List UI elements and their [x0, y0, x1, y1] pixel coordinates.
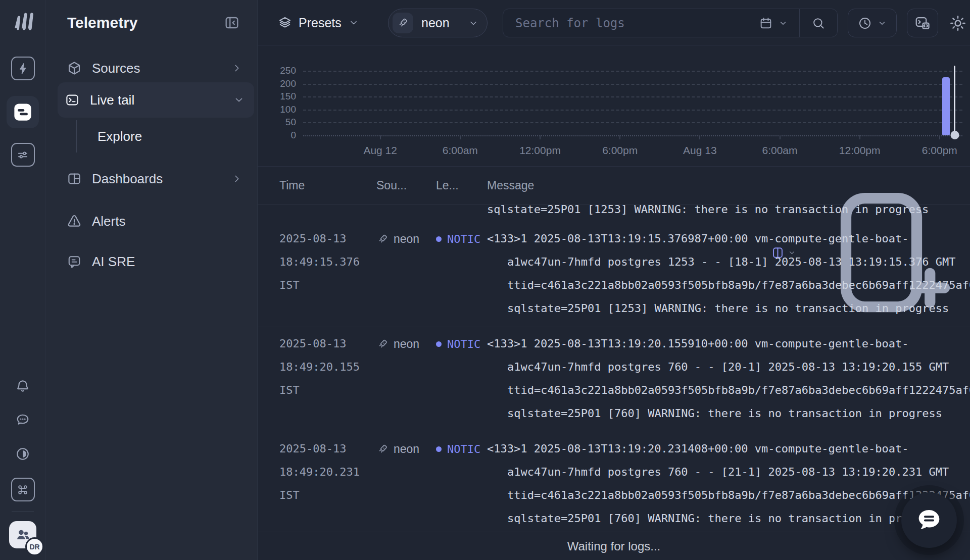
- log-message-line: sqlstate=25P01 [760] WARNING: there is n…: [487, 507, 970, 530]
- timestamp-line: IST: [279, 274, 376, 297]
- collapse-sidebar-button[interactable]: [224, 15, 240, 31]
- panel-collapse-icon: [224, 15, 240, 31]
- rail-item-shortcuts[interactable]: [11, 478, 35, 501]
- column-header-le: Le...: [436, 179, 487, 192]
- gridline: [303, 96, 962, 97]
- column-header-sou: Sou...: [376, 179, 436, 192]
- sidebar-item-dashboards[interactable]: Dashboards: [60, 165, 252, 193]
- layers-icon: [278, 16, 292, 30]
- clock-icon: [858, 16, 872, 30]
- x-tick-label: Aug 12: [363, 144, 397, 157]
- log-level: NOTIC: [436, 332, 487, 355]
- sidebar-item-label: AI SRE: [92, 254, 243, 270]
- clipped-log-row[interactable]: sqlstate=25P01 [1253] WARNING: there is …: [258, 205, 970, 222]
- x-tick-label: Aug 13: [683, 144, 717, 157]
- sidebar-item-label: Alerts: [92, 214, 243, 229]
- log-message-line: ttid=c461a3c221a8bb02a0593f505bfb8a9b/f7…: [487, 484, 970, 507]
- log-level: NOTIC: [436, 227, 487, 250]
- sidebar-item-sources[interactable]: Sources: [60, 54, 252, 82]
- x-tick-mark: [699, 135, 700, 139]
- log-timestamp: 2025-08-1318:49:20.155IST: [279, 332, 376, 432]
- source-selector-dropdown[interactable]: neon: [388, 9, 488, 37]
- log-rows: 2025-08-1318:49:15.376ISTneonNOTIC<133>1…: [258, 222, 970, 532]
- source-selected-label: neon: [421, 16, 450, 30]
- gridline: [303, 122, 962, 123]
- query-terminal-button[interactable]: [907, 9, 938, 37]
- log-message-line: a1wc47un-7hmfd postgres 760 - - [21-1] 2…: [487, 461, 970, 484]
- logs-icon: [12, 101, 33, 123]
- log-table-row[interactable]: 2025-08-1318:49:20.155ISTneonNOTIC<133>1…: [258, 327, 970, 432]
- sidebar-item-label: Explore: [98, 129, 142, 144]
- settings-button[interactable]: [949, 14, 967, 32]
- gridline: [303, 135, 962, 136]
- rail-top: [0, 57, 45, 167]
- level-dot: [436, 341, 442, 347]
- chat-widget-button[interactable]: [901, 492, 957, 548]
- rail-item-theme-toggle[interactable]: [15, 446, 30, 462]
- time-refresh-dropdown[interactable]: [848, 9, 897, 37]
- y-tick-label: 0: [269, 130, 296, 141]
- rail-item-quickstart[interactable]: [11, 57, 35, 80]
- sidebar-item-explore[interactable]: Explore: [76, 122, 257, 150]
- live-now-marker[interactable]: [954, 66, 955, 135]
- topbar: Presets neon: [258, 0, 970, 45]
- x-tick-label: 6:00pm: [602, 144, 638, 157]
- rail-item-logs[interactable]: [7, 96, 39, 128]
- chart-plot[interactable]: 050100150200250Aug 126:00am12:00pm6:00pm…: [303, 71, 962, 135]
- sidebar-header: Telemetry: [45, 0, 257, 45]
- level-label: NOTIC: [447, 338, 480, 350]
- sidebar-item-label: Dashboards: [92, 171, 231, 187]
- log-volume-bar[interactable]: [942, 77, 950, 135]
- y-tick-label: 100: [269, 104, 296, 115]
- sidebar-item-alerts[interactable]: Alerts: [60, 207, 252, 235]
- chat-dots-icon: [15, 412, 30, 427]
- log-message-line: sqlstate=25P01 [1253] WARNING: there is …: [487, 205, 929, 221]
- timestamp-line: 18:49:20.231: [279, 461, 376, 484]
- message-square-icon: [67, 254, 82, 269]
- column-header-time: Time: [279, 179, 376, 192]
- brand-logo-icon[interactable]: [10, 8, 36, 34]
- search-submit-button[interactable]: [800, 9, 837, 37]
- sidebar-item-live-tail[interactable]: Live tail: [58, 82, 254, 118]
- command-icon: [16, 483, 29, 496]
- live-now-handle[interactable]: [950, 131, 959, 139]
- log-message: <133>1 2025-08-13T13:19:15.376987+00:00 …: [487, 227, 970, 327]
- source-label: neon: [394, 232, 419, 246]
- log-source: neon: [376, 227, 436, 250]
- chevron-down-icon: [877, 18, 887, 28]
- log-table-row[interactable]: 2025-08-1318:49:15.376ISTneonNOTIC<133>1…: [258, 222, 970, 327]
- level-dot: [436, 446, 442, 452]
- zap-icon: [16, 62, 29, 75]
- timestamp-line: 2025-08-13: [279, 227, 376, 250]
- rail-item-metrics[interactable]: [11, 143, 35, 167]
- sidebar-item-ai-sre[interactable]: AI SRE: [60, 247, 252, 276]
- log-search-bar: [503, 9, 838, 37]
- contrast-icon: [15, 446, 30, 462]
- log-table-row[interactable]: 2025-08-1318:49:20.231ISTneonNOTIC<133>1…: [258, 432, 970, 532]
- log-message-line: sqlstate=25P01 [1253] WARNING: there is …: [487, 297, 970, 320]
- page-title: Telemetry: [67, 14, 138, 31]
- x-tick-mark: [619, 135, 620, 139]
- level-label: NOTIC: [447, 443, 480, 455]
- chevron-right-icon: [231, 62, 243, 74]
- presets-label: Presets: [299, 16, 342, 30]
- timestamp-line: 18:49:15.376: [279, 250, 376, 274]
- search-input[interactable]: [503, 9, 748, 37]
- y-tick-label: 150: [269, 91, 296, 102]
- chevron-down-icon: [778, 18, 788, 28]
- log-volume-chart: 050100150200250Aug 126:00am12:00pm6:00pm…: [258, 45, 970, 167]
- log-message-line: sqlstate=25P01 [760] WARNING: there is n…: [487, 402, 970, 425]
- x-tick-label: 6:00pm: [922, 144, 957, 157]
- terminal-code-icon: [914, 15, 931, 31]
- rail-item-notifications[interactable]: [15, 378, 30, 393]
- app-window: DR Telemetry SourcesLive tailExploreDash…: [0, 0, 970, 560]
- user-avatar[interactable]: DR: [9, 521, 36, 548]
- level-label: NOTIC: [447, 233, 480, 245]
- date-range-dropdown[interactable]: [748, 16, 799, 30]
- presets-dropdown[interactable]: Presets: [278, 9, 359, 37]
- cube-icon: [67, 61, 82, 76]
- rail-item-feedback[interactable]: [15, 412, 30, 427]
- x-tick-mark: [859, 135, 860, 139]
- level-dot: [436, 236, 442, 242]
- rail-bottom: DR: [0, 378, 45, 560]
